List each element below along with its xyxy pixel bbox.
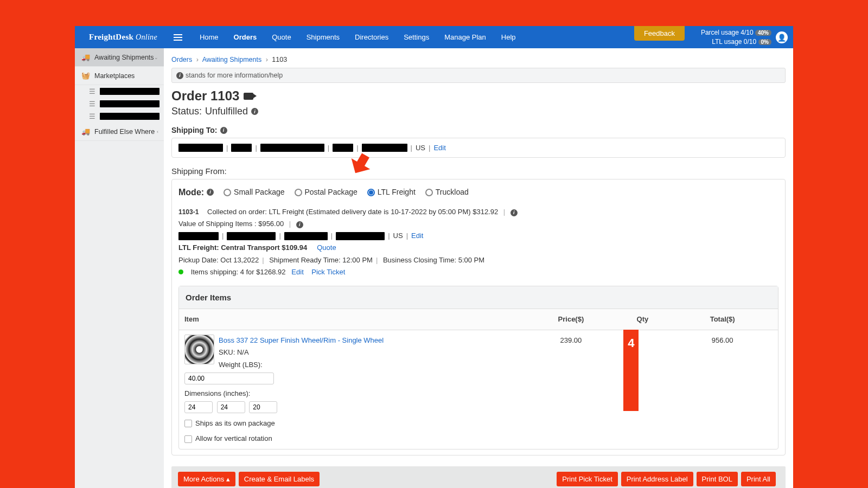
sidebar-awaiting-label: Awaiting Shipments bbox=[94, 54, 154, 61]
items-edit-link[interactable]: Edit bbox=[291, 268, 303, 276]
ltl-usage-label: LTL usage 0/10 bbox=[712, 38, 756, 46]
mode-ltl-label: LTL Freight bbox=[378, 186, 416, 199]
dim-length-input[interactable] bbox=[184, 401, 213, 413]
marketplace-item-2[interactable]: ☰ bbox=[86, 98, 164, 110]
feedback-button[interactable]: Feedback bbox=[634, 26, 685, 41]
redacted-text bbox=[336, 232, 385, 240]
sidebar-marketplaces[interactable]: 🧺 Marketplaces bbox=[75, 67, 164, 85]
print-address-label-button[interactable]: Print Address Label bbox=[621, 472, 693, 486]
hamburger-icon[interactable] bbox=[174, 34, 182, 41]
info-icon[interactable]: i bbox=[220, 127, 227, 134]
ship-from-edit-link[interactable]: Edit bbox=[411, 230, 423, 242]
items-shipping: Items shipping: 4 for $1268.92 bbox=[191, 268, 286, 276]
main-content: Orders › Awaiting Shipments › 1103 i sta… bbox=[164, 48, 793, 488]
order-items-card: Order Items Item Price($) Qty Total($) B… bbox=[178, 286, 778, 450]
status-dot-icon bbox=[178, 269, 183, 274]
mode-postal-package[interactable]: Postal Package bbox=[295, 186, 358, 199]
mode-small-package[interactable]: Small Package bbox=[224, 186, 284, 199]
item-thumbnail bbox=[184, 335, 214, 364]
ltl-usage-pill: 0% bbox=[758, 39, 771, 45]
list-icon: ☰ bbox=[89, 87, 95, 95]
nav-settings[interactable]: Settings bbox=[396, 26, 437, 48]
pick-ticket-link[interactable]: Pick Ticket bbox=[311, 268, 345, 276]
sidebar: 🚚 Awaiting Shipments ⌄ 🧺 Marketplaces ☰ … bbox=[75, 48, 164, 488]
crumb-orders[interactable]: Orders bbox=[171, 56, 192, 63]
video-icon[interactable] bbox=[244, 93, 253, 100]
info-strip-text: stands for more information/help bbox=[186, 72, 283, 79]
ships-own-checkbox[interactable] bbox=[184, 420, 192, 427]
nav-home[interactable]: Home bbox=[192, 26, 226, 48]
dimensions-label: Dimensions (inches): bbox=[184, 388, 518, 400]
nav-quote[interactable]: Quote bbox=[264, 26, 298, 48]
pickup-date: Pickup Date: Oct 13,2022 bbox=[178, 256, 259, 264]
print-all-button[interactable]: Print All bbox=[741, 472, 776, 486]
info-icon[interactable]: i bbox=[510, 209, 518, 216]
crumb-current: 1103 bbox=[272, 56, 287, 63]
sidebar-awaiting-shipments[interactable]: 🚚 Awaiting Shipments ⌄ bbox=[75, 48, 164, 67]
status-value: Unfulfilled bbox=[205, 106, 248, 117]
redacted-text bbox=[100, 100, 159, 107]
brand-name: FreightDesk bbox=[89, 33, 133, 41]
print-pick-ticket-button[interactable]: Print Pick Ticket bbox=[557, 472, 617, 486]
subshipment-id: 1103-1 bbox=[178, 207, 199, 217]
chevron-down-icon: ⌄ bbox=[154, 55, 158, 60]
top-nav-bar: FreightDesk Online Home Orders Quote Shi… bbox=[75, 26, 793, 48]
ships-own-label: Ships as its own package bbox=[195, 419, 275, 427]
ship-to-country: US bbox=[416, 144, 425, 152]
status-label: Status: bbox=[171, 106, 202, 117]
nav-directories[interactable]: Directories bbox=[347, 26, 396, 48]
info-icon[interactable]: i bbox=[207, 189, 214, 196]
quote-link[interactable]: Quote bbox=[317, 243, 336, 252]
truck-icon: 🚚 bbox=[81, 53, 90, 61]
sidebar-marketplaces-label: Marketplaces bbox=[94, 72, 135, 80]
dim-width-input[interactable] bbox=[217, 401, 245, 413]
redacted-text bbox=[178, 144, 223, 152]
crumb-awaiting[interactable]: Awaiting Shipments bbox=[202, 56, 262, 63]
ship-to-edit-link[interactable]: Edit bbox=[433, 144, 445, 152]
order-items-header: Order Items bbox=[179, 286, 778, 310]
callout-arrow-icon bbox=[348, 151, 374, 177]
item-sku: SKU: N/A bbox=[184, 346, 518, 358]
mode-small-label: Small Package bbox=[234, 186, 284, 199]
sidebar-fulfilled-label: Fulfilled Else Where bbox=[94, 128, 155, 136]
item-total: 956.00 bbox=[667, 330, 778, 351]
col-header-item: Item bbox=[179, 309, 524, 330]
mode-truckload[interactable]: Truckload bbox=[425, 186, 469, 199]
more-actions-button[interactable]: More Actions ▴ bbox=[178, 472, 235, 486]
shipping-to-card: | | | | | US| Edit bbox=[171, 138, 786, 158]
redacted-text bbox=[260, 144, 324, 152]
nav-orders[interactable]: Orders bbox=[226, 26, 265, 48]
info-icon[interactable]: i bbox=[296, 221, 303, 228]
item-weight-label: Weight (LBS): bbox=[184, 359, 518, 371]
brand-logo: FreightDesk Online bbox=[78, 33, 168, 42]
nav-manage-plan[interactable]: Manage Plan bbox=[437, 26, 494, 48]
nav-help[interactable]: Help bbox=[494, 26, 524, 48]
info-icon: i bbox=[176, 72, 183, 79]
info-icon[interactable]: i bbox=[251, 108, 258, 115]
redacted-text bbox=[178, 232, 219, 240]
weight-input[interactable] bbox=[184, 373, 274, 384]
create-email-labels-button[interactable]: Create & Email Labels bbox=[239, 472, 320, 486]
breadcrumb: Orders › Awaiting Shipments › 1103 bbox=[171, 53, 786, 67]
item-name-link[interactable]: Boss 337 22 Super Finish Wheel/Rim - Sin… bbox=[184, 335, 518, 346]
value-of-items: Value of Shipping Items : $956.00 bbox=[178, 220, 284, 228]
sidebar-fulfilled-elsewhere[interactable]: 🚚 Fulfilled Else Where ‹ bbox=[75, 123, 164, 141]
crumb-sep: › bbox=[196, 56, 199, 63]
mode-ltl-freight[interactable]: LTL Freight bbox=[367, 186, 416, 199]
item-qty-highlight: 4 bbox=[623, 330, 639, 411]
marketplace-item-1[interactable]: ☰ bbox=[86, 85, 164, 98]
redacted-text bbox=[231, 144, 252, 152]
closing-time: Business Closing Time: 5:00 PM bbox=[383, 256, 484, 264]
nav-shipments[interactable]: Shipments bbox=[299, 26, 347, 48]
footer-action-bar: More Actions ▴ Create & Email Labels Pri… bbox=[171, 466, 786, 488]
dim-height-input[interactable] bbox=[249, 401, 277, 413]
usage-display: Parcel usage 4/10 40% LTL usage 0/10 0% bbox=[701, 28, 771, 47]
col-header-qty: Qty bbox=[618, 309, 667, 330]
print-bol-button[interactable]: Print BOL bbox=[697, 472, 738, 486]
item-row: Boss 337 22 Super Finish Wheel/Rim - Sin… bbox=[179, 330, 778, 449]
marketplace-item-3[interactable]: ☰ bbox=[86, 110, 164, 123]
vertical-rotation-checkbox[interactable] bbox=[184, 435, 192, 443]
user-avatar[interactable]: 👤 bbox=[776, 31, 788, 43]
brand-suffix: Online bbox=[133, 33, 157, 41]
redacted-text bbox=[100, 113, 159, 120]
